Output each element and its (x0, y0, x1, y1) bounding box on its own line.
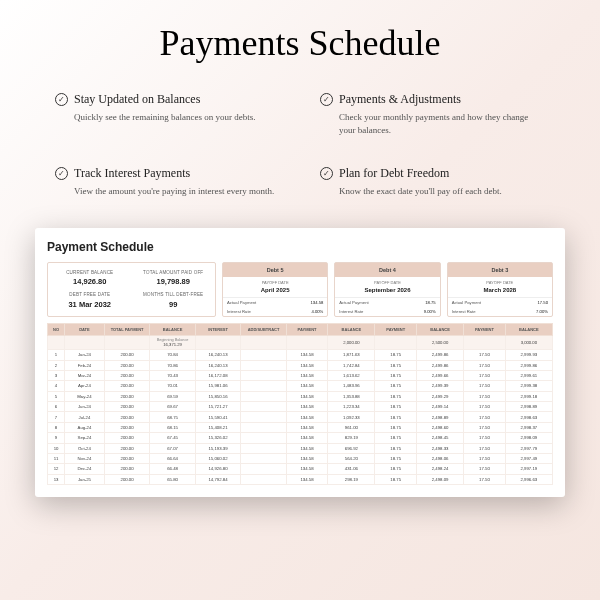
table-row: 5May-24200.0069.5915,850.16134.581,353.8… (48, 391, 553, 401)
table-cell: 2,499.39 (417, 381, 464, 391)
months-value: 99 (131, 299, 214, 312)
table-cell: 68.15 (150, 422, 195, 432)
table-cell: 15,326.02 (195, 433, 240, 443)
table-row: 2Feb-24200.0070.8616,240.13134.581,742.8… (48, 360, 553, 370)
table-cell: 68.75 (150, 412, 195, 422)
table-cell: 15,850.16 (195, 391, 240, 401)
table-cell: 829.19 (328, 433, 375, 443)
column-header: BALANCE (505, 323, 552, 335)
table-cell: 18.75 (375, 453, 417, 463)
actual-payment-value: 134.58 (310, 300, 323, 305)
actual-payment-label: Actual Payment (452, 300, 481, 305)
table-cell: 200.00 (104, 391, 149, 401)
table-cell: 18.75 (375, 402, 417, 412)
table-cell: 200.00 (104, 453, 149, 463)
table-cell: 298.19 (328, 474, 375, 484)
table-row: 1Jan-24200.0070.8416,240.13134.581,871.6… (48, 350, 553, 360)
table-cell: 200.00 (104, 381, 149, 391)
debt-name: Debt 4 (335, 263, 439, 277)
interest-rate-value: 7.00% (536, 309, 548, 314)
column-header: ADD/SUBTRACT (241, 323, 286, 335)
table-cell: Jun-24 (65, 402, 105, 412)
total-paid-label: TOTAL AMOUNT PAID OFF (131, 267, 214, 276)
table-cell: 134.58 (286, 474, 328, 484)
months-label: MONTHS TILL DEBT-FREE (131, 289, 214, 298)
feature-desc: View the amount you're paying in interes… (74, 185, 280, 198)
table-cell: Jan-24 (65, 350, 105, 360)
table-cell: 1,871.63 (328, 350, 375, 360)
table-cell: 134.58 (286, 350, 328, 360)
table-cell (241, 474, 286, 484)
summary-card: CURRENT BALANCE TOTAL AMOUNT PAID OFF 14… (47, 262, 216, 317)
debt-card-5: Debt 5 PAYOFF DATE April 2025 Actual Pay… (222, 262, 328, 317)
table-cell: 2,499.86 (417, 360, 464, 370)
table-cell: 16,240.13 (195, 360, 240, 370)
table-cell: 1,613.62 (328, 370, 375, 380)
table-cell: 2,999.18 (505, 391, 552, 401)
actual-payment-label: Actual Payment (227, 300, 256, 305)
column-header: PAYMENT (464, 323, 506, 335)
column-header: BALANCE (417, 323, 464, 335)
table-cell: 9 (48, 433, 65, 443)
column-header: NO (48, 323, 65, 335)
column-header: PAYMENT (375, 323, 417, 335)
table-cell: 16,240.13 (195, 350, 240, 360)
table-row: 9Sep-24200.0067.4515,326.02134.58829.191… (48, 433, 553, 443)
table-cell: 2,998.37 (505, 422, 552, 432)
table-cell: 2,997.19 (505, 464, 552, 474)
table-cell: 17.50 (464, 474, 506, 484)
payoff-label: PAYOFF DATE (448, 277, 552, 286)
table-header-row: NODATETOTAL PAYMENTBALANCEINTERESTADD/SU… (48, 323, 553, 335)
table-cell (104, 335, 149, 349)
table-cell (241, 391, 286, 401)
current-balance-label: CURRENT BALANCE (48, 267, 131, 276)
table-cell: Feb-24 (65, 360, 105, 370)
table-cell (241, 370, 286, 380)
column-header: BALANCE (150, 323, 195, 335)
table-cell: 66.64 (150, 453, 195, 463)
table-cell: 1 (48, 350, 65, 360)
table-cell: 2,499.66 (417, 370, 464, 380)
table-cell: 200.00 (104, 412, 149, 422)
feature-title: Track Interest Payments (74, 166, 190, 181)
table-cell (241, 412, 286, 422)
check-icon (55, 93, 68, 106)
table-cell: 2,499.14 (417, 402, 464, 412)
table-cell: Nov-24 (65, 453, 105, 463)
table-cell: 10 (48, 443, 65, 453)
table-cell (241, 402, 286, 412)
table-cell: 16,172.08 (195, 370, 240, 380)
table-cell: 2,999.93 (505, 350, 552, 360)
table-cell: 134.58 (286, 391, 328, 401)
table-cell (241, 350, 286, 360)
table-cell: 17.50 (464, 422, 506, 432)
table-row: 4Apr-24200.0070.0115,981.06134.581,483.9… (48, 381, 553, 391)
interest-rate-label: Interest Rate (339, 309, 363, 314)
table-cell: 15,590.41 (195, 412, 240, 422)
table-cell: 15,193.39 (195, 443, 240, 453)
table-cell: 70.43 (150, 370, 195, 380)
table-row: 11Nov-24200.0066.6415,060.02134.58564.20… (48, 453, 553, 463)
schedule-table: NODATETOTAL PAYMENTBALANCEINTERESTADD/SU… (47, 323, 553, 485)
table-cell: 17.50 (464, 360, 506, 370)
debt-card-4: Debt 4 PAYOFF DATE September 2026 Actual… (334, 262, 440, 317)
payoff-label: PAYOFF DATE (335, 277, 439, 286)
table-cell: 15,721.27 (195, 402, 240, 412)
column-header: INTEREST (195, 323, 240, 335)
table-body: Beginning Balance16,371.292,000.002,500.… (48, 335, 553, 484)
table-cell: 2,498.09 (417, 474, 464, 484)
table-cell: 8 (48, 422, 65, 432)
interest-rate-label: Interest Rate (452, 309, 476, 314)
feature-title: Payments & Adjustments (339, 92, 461, 107)
table-cell: 200.00 (104, 443, 149, 453)
table-cell: 18.75 (375, 381, 417, 391)
table-cell: 66.48 (150, 464, 195, 474)
table-cell (375, 335, 417, 349)
table-cell: 17.50 (464, 350, 506, 360)
debt-name: Debt 3 (448, 263, 552, 277)
feature-interest: Track Interest Payments View the amount … (55, 166, 280, 198)
table-cell: 70.84 (150, 350, 195, 360)
table-cell: 2,498.60 (417, 422, 464, 432)
table-cell: 564.20 (328, 453, 375, 463)
table-cell: 17.50 (464, 412, 506, 422)
